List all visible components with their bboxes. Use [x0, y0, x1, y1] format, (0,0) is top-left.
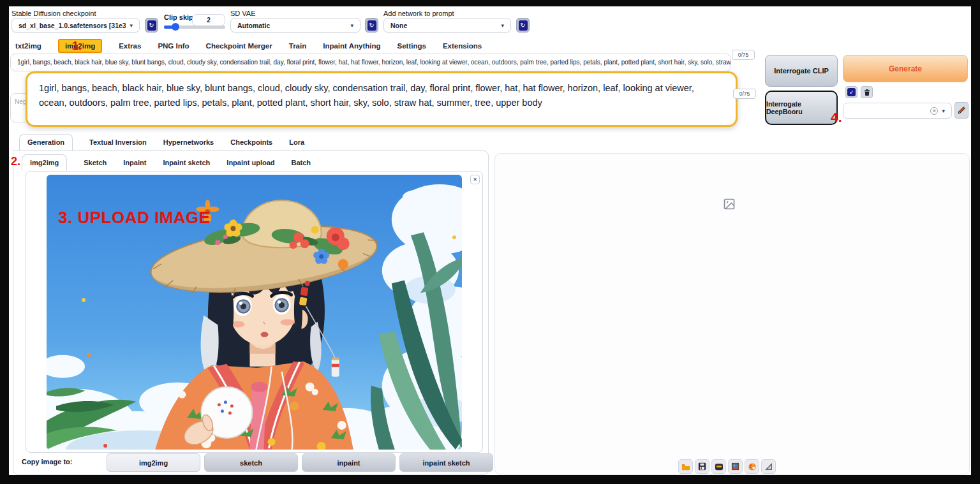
tab-train[interactable]: Train	[289, 42, 306, 50]
tab-inpaint[interactable]: Inpaint	[123, 159, 146, 166]
tab-textual-inversion[interactable]: Textual Inversion	[89, 138, 147, 146]
prompt-zoom-overlay: 1girl, bangs, beach, black hair, blue sk…	[26, 71, 738, 127]
annotation-step-2: 2.	[11, 155, 20, 168]
add-network-label: Add network to prompt	[383, 10, 454, 17]
tab-img2img-mode[interactable]: img2img	[22, 154, 67, 171]
screenshot-stage: Stable Diffusion checkpoint sd_xl_base_1…	[0, 0, 980, 484]
send-to-img2img-button[interactable]	[728, 459, 743, 474]
annotation-step-3: 3. UPLOAD IMAGE	[58, 208, 211, 228]
tab-checkpoint-merger[interactable]: Checkpoint Merger	[206, 42, 272, 50]
annotation-step-4: 4.	[831, 110, 842, 125]
interrogate-clip-button[interactable]: Interrogate CLIP	[765, 55, 838, 87]
styles-select[interactable]: ✕ ▾	[843, 103, 952, 119]
triangular-ruler-icon	[764, 462, 773, 471]
tab-checkpoints[interactable]: Checkpoints	[230, 138, 272, 146]
save-zip-icon	[715, 462, 724, 471]
prompt-zoom-text: 1girl, bangs, beach, black hair, blue sk…	[39, 83, 694, 108]
palette-icon	[748, 462, 757, 471]
img2img-tab-bar: img2img Sketch Inpaint Inpaint sketch In…	[22, 154, 311, 172]
prompt-text: 1girl, bangs, beach, black hair, blue sk…	[11, 54, 731, 70]
pencil-icon	[957, 106, 966, 115]
negative-token-counter: 0/75	[733, 89, 756, 99]
refresh-network-button[interactable]: ↻	[516, 18, 530, 33]
clip-skip-slider[interactable]	[164, 26, 225, 29]
refresh-icon: ↻	[519, 20, 528, 31]
copy-image-to-label: Copy image to:	[22, 458, 72, 466]
tab-settings[interactable]: Settings	[397, 42, 426, 50]
trash-icon	[863, 89, 871, 96]
close-icon: ✕	[473, 177, 477, 182]
checkpoint-label: Stable Diffusion checkpoint	[11, 10, 96, 17]
clip-skip-label: Clip skip	[164, 13, 193, 21]
copy-to-img2img-button[interactable]: img2img	[107, 453, 200, 472]
chevron-down-icon: ▾	[501, 22, 504, 29]
refresh-icon: ↻	[147, 20, 156, 31]
copy-to-sketch-button[interactable]: sketch	[204, 453, 298, 472]
add-network-value: None	[390, 22, 497, 29]
refresh-vae-button[interactable]: ↻	[365, 18, 378, 33]
save-icon	[698, 462, 706, 471]
copy-to-inpaint-sketch-button[interactable]: inpaint sketch	[399, 453, 493, 472]
interrogate-deepbooru-button[interactable]: Interrogate DeepBooru	[765, 91, 838, 125]
panel-tab-bar: Generation Textual Inversion Hypernetwor…	[19, 133, 304, 151]
tab-txt2img[interactable]: txt2img	[15, 42, 41, 50]
tab-extensions[interactable]: Extensions	[443, 42, 482, 50]
paste-params-button[interactable]: ↙	[845, 86, 858, 98]
clear-prompt-button[interactable]	[861, 86, 873, 98]
chevron-down-icon: ▾	[350, 22, 353, 29]
tab-inpaint-anything[interactable]: Inpaint Anything	[323, 42, 380, 50]
send-to-inpaint-button[interactable]	[745, 459, 759, 474]
tab-png-info[interactable]: PNG Info	[158, 42, 189, 50]
tab-generation[interactable]: Generation	[19, 134, 73, 150]
slider-knob[interactable]	[172, 23, 179, 31]
tab-lora[interactable]: Lora	[289, 138, 304, 146]
tab-extras[interactable]: Extras	[119, 42, 141, 50]
chevron-down-icon: ▾	[942, 108, 945, 114]
sd-vae-select[interactable]: Automatic ▾	[230, 18, 360, 33]
tab-inpaint-upload[interactable]: Inpaint upload	[226, 159, 274, 166]
chevron-down-icon: ▾	[130, 22, 133, 29]
generate-button[interactable]: Generate	[843, 55, 968, 82]
framed-picture-icon	[731, 462, 739, 471]
copy-to-inpaint-button[interactable]: inpaint	[302, 453, 396, 472]
save-zip-button[interactable]	[711, 459, 726, 474]
checkpoint-select[interactable]: sd_xl_base_1.0.safetensors [31e35c80fc] …	[11, 18, 140, 33]
tab-hypernetworks[interactable]: Hypernetworks	[163, 138, 214, 146]
add-network-select[interactable]: None ▾	[383, 18, 511, 33]
checkpoint-value: sd_xl_base_1.0.safetensors [31e35c80fc]	[19, 22, 126, 29]
image-placeholder-icon	[723, 198, 736, 210]
output-toolbar	[678, 459, 776, 474]
remove-image-button[interactable]: ✕	[470, 175, 480, 184]
main-tab-bar: txt2img img2img Extras PNG Info Checkpoi…	[15, 40, 482, 52]
clear-styles-icon[interactable]: ✕	[930, 107, 938, 115]
open-folder-button[interactable]	[678, 459, 693, 474]
tab-inpaint-sketch[interactable]: Inpaint sketch	[163, 159, 210, 166]
refresh-icon: ↻	[368, 20, 376, 31]
uploaded-image[interactable]: 3. UPLOAD IMAGE	[47, 175, 462, 450]
refresh-checkpoint-button[interactable]: ↻	[145, 18, 158, 33]
open-folder-icon	[681, 462, 690, 471]
sd-vae-value: Automatic	[237, 22, 346, 29]
tab-batch[interactable]: Batch	[292, 159, 311, 166]
tab-sketch[interactable]: Sketch	[84, 159, 107, 166]
prompt-token-counter: 0/75	[732, 50, 755, 60]
paste-arrow-icon: ↙	[847, 88, 856, 96]
save-button[interactable]	[695, 459, 709, 474]
send-to-extras-button[interactable]	[761, 459, 776, 474]
sd-vae-label: SD VAE	[230, 10, 256, 17]
edit-styles-button[interactable]	[954, 102, 969, 119]
annotation-step-1: 1.	[72, 40, 82, 53]
clip-skip-value-input[interactable]: 2	[192, 14, 225, 26]
prompt-textarea[interactable]: 1girl, bangs, beach, black hair, blue sk…	[10, 54, 731, 71]
